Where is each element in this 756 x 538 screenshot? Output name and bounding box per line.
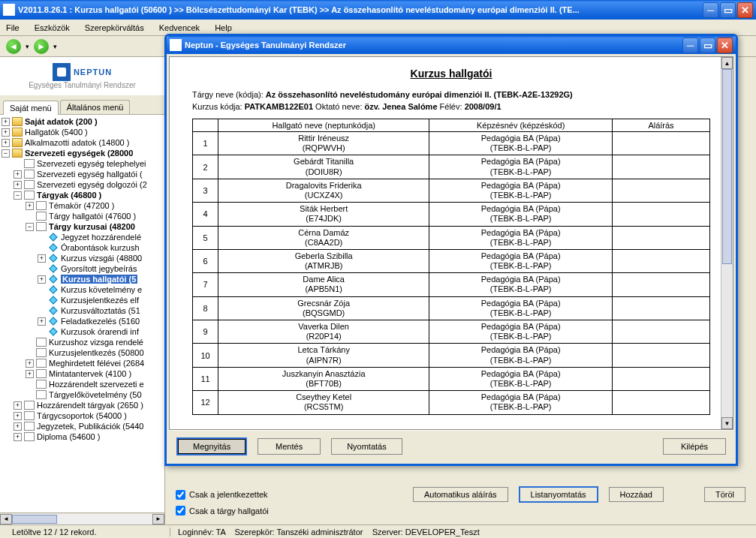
- lbl-csak-jelentkezettek: Csak a jelentkezettek: [189, 490, 268, 499]
- tree-targyak[interactable]: −Tárgyak (46800 ): [2, 190, 163, 200]
- tree-kurzushoz-vizsga[interactable]: Kurzushoz vizsga rendelé: [2, 337, 163, 347]
- btn-mentes[interactable]: Mentés: [258, 438, 321, 455]
- tree-kurzusjelentkezes-e[interactable]: Kurzusjelentkezés elf: [2, 295, 163, 305]
- status-details: Loginnév: TA Szerepkör: Tanszéki adminis…: [170, 527, 751, 536]
- report-meta-2: Kurzus kódja: PATKAMB122E01 Oktató neve:…: [192, 102, 710, 111]
- table-row: 11Juszkanyin Anasztázia(BFT70B)Pedagógia…: [193, 367, 710, 390]
- tree-jegyzetek[interactable]: +Jegyzetek, Publikációk (5440: [2, 421, 163, 431]
- btn-hozzaad[interactable]: Hozzáad: [609, 487, 664, 502]
- tree-hallgatok[interactable]: +Hallgatók (5400 ): [2, 127, 163, 137]
- th-kepzes: Képzésnév (képzéskód): [429, 119, 613, 132]
- logo: NEPTUN Egységes Tanulmányi Rendszer: [0, 57, 164, 95]
- tree-kurzus-vizsgai[interactable]: +Kurzus vizsgái (48800: [2, 253, 163, 263]
- table-row: 5Cérna Damáz(C8AA2D)Pedagógia BA (Pápa)(…: [193, 226, 710, 249]
- tree-targy-kurzusai[interactable]: −Tárgy kurzusai (48200: [2, 221, 163, 232]
- tree-targyelokovetelmeny[interactable]: Tárgyelőkövetelmény (50: [2, 389, 163, 400]
- table-row: 8Grecsnár Zója(BQSGMD)Pedagógia BA (Pápa…: [193, 296, 710, 320]
- tab-sajat-menu[interactable]: Saját menü: [3, 101, 59, 115]
- btn-megnyitas[interactable]: Megnyitás: [176, 437, 247, 455]
- tree-diploma[interactable]: +Diploma (54600 ): [2, 431, 163, 442]
- tree-kurzusjelentkezes[interactable]: Kurzusjelentkezés (50800: [2, 347, 163, 358]
- statusbar: Letöltve 12 / 12 rekord. Loginnév: TA Sz…: [0, 524, 756, 538]
- menu-help[interactable]: Help: [212, 22, 235, 34]
- th-hallgato: Hallgató neve (neptunkódja): [218, 119, 429, 132]
- scroll-left-icon[interactable]: ◄: [0, 514, 12, 524]
- dialog-maximize-button[interactable]: ▭: [700, 38, 715, 53]
- table-row: 9Vaverka Dilen(R20P14)Pedagógia BA (Pápa…: [193, 320, 710, 344]
- menu-szerepkorvaltas[interactable]: Szerepkörváltás: [82, 22, 147, 34]
- menu-file[interactable]: File: [3, 22, 23, 34]
- app-icon: [3, 4, 15, 16]
- tree-targy-hallgatoi[interactable]: Tárgy hallgatói (47600 ): [2, 211, 163, 221]
- tab-altalanos-menu[interactable]: Általános menü: [60, 100, 131, 114]
- table-row: 12Cseythey Ketel(RCS5TM)Pedagógia BA (Pá…: [193, 391, 710, 414]
- tree-orabontasok[interactable]: Órabontások kurzush: [2, 242, 163, 253]
- table-header-row: Hallgató neve (neptunkódja) Képzésnév (k…: [193, 119, 710, 132]
- tree-kurzusok-orarendi[interactable]: Kurzusok órarendi inf: [2, 326, 163, 337]
- report-vscrollbar[interactable]: ▲ ▼: [721, 57, 733, 429]
- tree-hozzarendelt[interactable]: Hozzárendelt szervezeti e: [2, 379, 163, 389]
- logo-brand-text: NEPTUN: [74, 68, 112, 77]
- dialog-minimize-button[interactable]: ─: [682, 38, 698, 53]
- scroll-down-icon[interactable]: ▼: [721, 417, 733, 429]
- tree-meghirdetett[interactable]: +Meghirdetett félévei (2684: [2, 358, 163, 368]
- dialog-title: Neptun - Egységes Tanulmányi Rendszer: [185, 41, 682, 50]
- btn-nyomtatas[interactable]: Nyomtatás: [331, 438, 402, 455]
- menu-kedvencek[interactable]: Kedvencek: [156, 22, 203, 34]
- report-table: Hallgató neve (neptunkódja) Képzésnév (k…: [192, 119, 710, 415]
- nav-forward-button[interactable]: ►: [32, 38, 50, 55]
- main-title: V2011.8.26.1 : Kurzus hallgatói (50600 )…: [18, 5, 703, 14]
- tree-sz-hallgatoi[interactable]: +Szervezeti egység hallgatói (: [2, 169, 163, 179]
- report-dialog: Neptun - Egységes Tanulmányi Rendszer ─ …: [164, 34, 738, 466]
- btn-auto-alairas[interactable]: Automatikus aláírás: [413, 487, 508, 502]
- sidebar-tabs: Saját menü Általános menü: [0, 95, 164, 115]
- table-row: 10Letca Tárkány(AIPN7R)Pedagógia BA (Páp…: [193, 344, 710, 367]
- chk-csak-jelentkezettek[interactable]: [176, 490, 185, 500]
- tree-gyorsitott[interactable]: Gyorsított jegybeírás: [2, 263, 163, 274]
- btn-kilepes[interactable]: Kilépés: [663, 438, 726, 455]
- menu-eszkozok[interactable]: Eszközök: [32, 22, 73, 34]
- nav-back-dropdown[interactable]: ▾: [26, 43, 29, 50]
- table-row: 6Geberla Szibilla(ATMRJB)Pedagógia BA (P…: [193, 249, 710, 272]
- report-meta-1: Tárgy neve (kódja): Az összehasonlító ne…: [192, 90, 710, 99]
- tree-mintatantervek[interactable]: +Mintatantervek (4100 ): [2, 368, 163, 379]
- close-button[interactable]: ✕: [737, 2, 753, 18]
- minimize-button[interactable]: ─: [703, 2, 718, 18]
- maximize-button[interactable]: ▭: [720, 2, 736, 18]
- th-num: [193, 119, 218, 132]
- tree-sz-telephelyei[interactable]: Szervezeti egység telephelyei: [2, 158, 163, 169]
- tree-jegyzet-hozz[interactable]: Jegyzet hozzárendelé: [2, 232, 163, 242]
- tree-kurzus-kovetelmeny[interactable]: Kurzus követelmény e: [2, 284, 163, 295]
- tree-hscrollbar[interactable]: ◄ ►: [0, 512, 164, 524]
- th-alairas: Aláírás: [613, 119, 710, 132]
- chk-csak-targy-hallgatoi[interactable]: [176, 506, 185, 515]
- table-row: 7Dame Alica(APB5N1)Pedagógia BA (Pápa)(T…: [193, 273, 710, 296]
- dialog-titlebar: Neptun - Egységes Tanulmányi Rendszer ─ …: [167, 36, 736, 54]
- tree-temakor[interactable]: +Témakör (47200 ): [2, 200, 163, 211]
- table-row: 1Rittir Iréneusz(RQPWVH)Pedagógia BA (Pá…: [193, 132, 710, 155]
- btn-torol[interactable]: Töröl: [704, 487, 745, 502]
- tree-view[interactable]: +Saját adatok (200 ) +Hallgatók (5400 ) …: [0, 115, 164, 512]
- tree-kurzus-hallgatoi[interactable]: +Kurzus hallgatói (5: [2, 274, 163, 284]
- nav-forward-dropdown[interactable]: ▾: [53, 43, 57, 50]
- tree-hozz-targyak[interactable]: +Hozzárendelt tárgyak (2650 ): [2, 400, 163, 410]
- tree-feladatkezeles[interactable]: +Feladatkezelés (5160: [2, 316, 163, 326]
- scroll-right-icon[interactable]: ►: [152, 514, 164, 524]
- lbl-csak-targy-hallgatoi: Csak a tárgy hallgatói: [189, 506, 269, 515]
- tree-alkalmazotti[interactable]: +Alkalmazotti adatok (14800 ): [2, 137, 163, 148]
- tree-kurzusvaltoztatas[interactable]: Kurzusváltoztatás (51: [2, 305, 163, 316]
- tree-sajat-adatok[interactable]: +Saját adatok (200 ): [2, 116, 163, 127]
- report-pane: Kurzus hallgatói Tárgy neve (kódja): Az …: [169, 56, 733, 430]
- table-row: 3Dragalovits Friderika(UCXZ4X)Pedagógia …: [193, 179, 710, 202]
- report-title: Kurzus hallgatói: [192, 68, 710, 80]
- tree-sz-dolgozoi[interactable]: +Szervezeti egység dolgozói (2: [2, 179, 163, 190]
- logo-subtitle: Egységes Tanulmányi Rendszer: [5, 81, 160, 89]
- btn-listanyomtatas[interactable]: Listanyomtatás: [519, 486, 598, 503]
- tree-szervezeti[interactable]: −Szervezeti egységek (28000: [2, 148, 163, 158]
- dialog-close-button[interactable]: ✕: [717, 38, 733, 53]
- scroll-up-icon[interactable]: ▲: [721, 57, 733, 69]
- nav-back-button[interactable]: ◄: [5, 38, 23, 55]
- table-row: 4Siták Herbert(E74JDK)Pedagógia BA (Pápa…: [193, 203, 710, 226]
- status-records: Letöltve 12 / 12 rekord.: [5, 527, 170, 536]
- tree-targycsoportok[interactable]: +Tárgycsoportok (54000 ): [2, 410, 163, 421]
